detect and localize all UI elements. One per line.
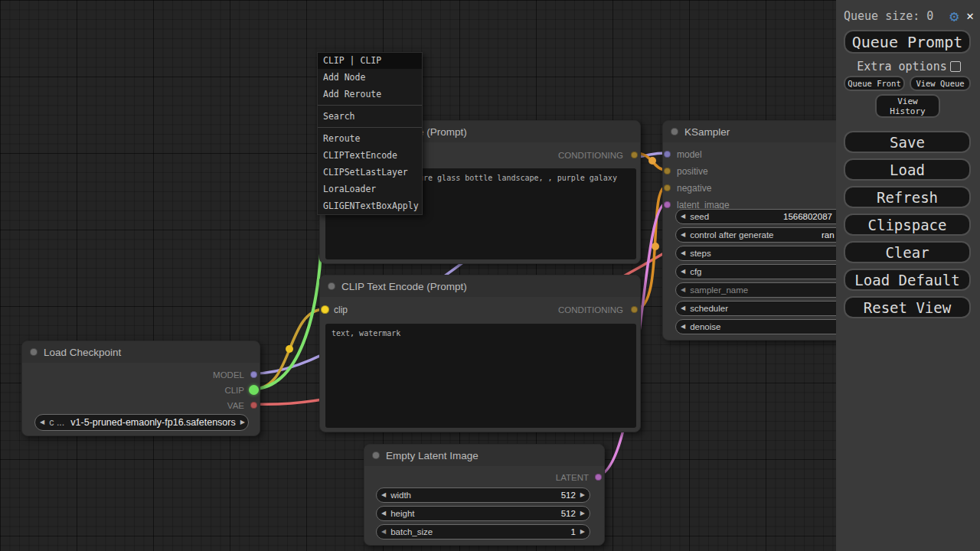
node-clip-text-encode-negative[interactable]: CLIP Text Encode (Prompt) clip CONDITION… bbox=[319, 275, 641, 432]
save-button[interactable]: Save bbox=[844, 131, 971, 153]
batch-size-widget[interactable]: ◀ batch_size 1 ▶ bbox=[376, 524, 590, 540]
decrement-arrow-icon[interactable]: ◀ bbox=[676, 302, 690, 315]
conditioning-output-port[interactable] bbox=[631, 306, 638, 313]
clipspace-label: Clipspace bbox=[868, 217, 947, 233]
node-title-bar[interactable]: Load Checkpoint bbox=[22, 341, 260, 363]
menu-item-add-reroute[interactable]: Add Reroute bbox=[318, 86, 422, 103]
ckpt-name-widget[interactable]: ◀ c ... v1-5-pruned-emaonly-fp16.safeten… bbox=[34, 414, 249, 431]
clear-button[interactable]: Clear bbox=[844, 241, 971, 263]
decrement-arrow-icon[interactable]: ◀ bbox=[676, 246, 690, 260]
menu-item-reroute[interactable]: Reroute bbox=[318, 130, 422, 147]
width-widget[interactable]: ◀ width 512 ▶ bbox=[376, 487, 590, 503]
decrement-arrow-icon[interactable]: ◀ bbox=[676, 210, 690, 223]
extra-options-checkbox[interactable] bbox=[950, 61, 961, 72]
latent-output-port[interactable] bbox=[595, 474, 602, 481]
node-title-bar[interactable]: Empty Latent Image bbox=[364, 445, 604, 466]
load-button[interactable]: Load bbox=[844, 158, 971, 181]
widget-label: width bbox=[390, 491, 411, 500]
menu-item-cliptextencode[interactable]: CLIPTextEncode bbox=[318, 147, 422, 164]
decrement-arrow-icon[interactable]: ◀ bbox=[377, 488, 390, 502]
output-label-vae: VAE bbox=[227, 401, 244, 410]
widget-value: 1566802087 bbox=[783, 210, 832, 223]
menu-item-loraloader[interactable]: LoraLoader bbox=[318, 181, 422, 197]
increment-arrow-icon[interactable]: ▶ bbox=[576, 488, 590, 502]
close-icon[interactable]: ✕ bbox=[966, 10, 974, 22]
widget-label: cfg bbox=[690, 267, 701, 276]
output-label-latent: LATENT bbox=[556, 473, 589, 482]
queue-prompt-label: Queue Prompt bbox=[852, 33, 963, 51]
positive-input-port[interactable] bbox=[664, 168, 671, 174]
conditioning-output-port[interactable] bbox=[631, 152, 638, 158]
view-queue-label: View Queue bbox=[916, 79, 964, 88]
widget-value: 512 bbox=[561, 491, 576, 500]
node-title: Empty Latent Image bbox=[386, 450, 479, 461]
output-label-conditioning: CONDITIONING bbox=[558, 305, 623, 315]
view-queue-button[interactable]: View Queue bbox=[910, 76, 971, 91]
menu-separator bbox=[318, 127, 422, 128]
refresh-button[interactable]: Refresh bbox=[844, 186, 971, 208]
widget-label: control after generate bbox=[690, 230, 773, 240]
node-load-checkpoint[interactable]: Load Checkpoint MODEL CLIP VAE ◀ c ... v… bbox=[21, 341, 260, 436]
input-label-clip: clip bbox=[334, 305, 348, 315]
save-label: Save bbox=[890, 134, 925, 151]
widget-label: batch_size bbox=[390, 527, 433, 536]
prompt-textarea[interactable]: text, watermark bbox=[325, 324, 636, 428]
collapse-dot-icon[interactable] bbox=[372, 452, 380, 459]
node-title: KSampler bbox=[684, 126, 730, 138]
menu-item-clipsetlastlayer[interactable]: CLIPSetLastLayer bbox=[318, 164, 422, 181]
menu-item-gligentextboxapply[interactable]: GLIGENTextBoxApply bbox=[318, 197, 422, 214]
context-menu: CLIP | CLIP Add Node Add Reroute Search … bbox=[317, 52, 423, 215]
menu-separator bbox=[318, 105, 422, 106]
clipspace-button[interactable]: Clipspace bbox=[844, 214, 971, 236]
decrement-arrow-icon[interactable]: ◀ bbox=[676, 320, 690, 334]
decrement-arrow-icon[interactable]: ◀ bbox=[377, 507, 390, 520]
comfy-menu-panel: Queue size: 0 ⚙ ✕ Queue Prompt Extra opt… bbox=[836, 0, 980, 551]
menu-item-add-node[interactable]: Add Node bbox=[318, 69, 422, 86]
widget-value: v1-5-pruned-emaonly-fp16.safetensors bbox=[70, 417, 235, 428]
negative-input-port[interactable] bbox=[664, 184, 671, 191]
decrement-arrow-icon[interactable]: ◀ bbox=[676, 228, 690, 242]
prev-arrow-icon[interactable]: ◀ bbox=[35, 416, 49, 429]
model-output-port[interactable] bbox=[250, 371, 257, 378]
vae-output-port[interactable] bbox=[250, 402, 257, 409]
input-label-model: model bbox=[677, 150, 702, 159]
settings-gear-icon[interactable]: ⚙ bbox=[949, 8, 959, 24]
queue-prompt-button[interactable]: Queue Prompt bbox=[844, 30, 971, 54]
reset-view-button[interactable]: Reset View bbox=[844, 296, 971, 318]
prompt-text: text, watermark bbox=[332, 329, 400, 337]
latent-image-input-port[interactable] bbox=[664, 201, 671, 208]
node-title: CLIP Text Encode (Prompt) bbox=[341, 281, 467, 292]
node-title-bar[interactable]: CLIP Text Encode (Prompt) bbox=[320, 276, 640, 297]
widget-value: ran bbox=[822, 228, 835, 242]
model-input-port[interactable] bbox=[664, 151, 671, 158]
view-history-button[interactable]: View History bbox=[875, 94, 940, 118]
height-widget[interactable]: ◀ height 512 ▶ bbox=[376, 506, 590, 521]
widget-label: sampler_name bbox=[690, 285, 748, 295]
next-arrow-icon[interactable]: ▶ bbox=[236, 416, 249, 429]
increment-arrow-icon[interactable]: ▶ bbox=[576, 525, 590, 539]
node-empty-latent-image[interactable]: Empty Latent Image LATENT ◀ width 512 ▶ … bbox=[364, 444, 605, 546]
widget-label: seed bbox=[690, 212, 709, 221]
decrement-arrow-icon[interactable]: ◀ bbox=[676, 283, 690, 297]
clip-input-port[interactable] bbox=[321, 305, 329, 314]
increment-arrow-icon[interactable]: ▶ bbox=[576, 507, 590, 520]
clip-output-port[interactable] bbox=[249, 385, 259, 395]
widget-label: c ... bbox=[49, 417, 64, 428]
node-title: Load Checkpoint bbox=[44, 347, 121, 358]
queue-size-label: Queue size: 0 bbox=[844, 9, 933, 23]
decrement-arrow-icon[interactable]: ◀ bbox=[377, 525, 390, 539]
load-label: Load bbox=[890, 161, 925, 178]
widget-label: height bbox=[390, 509, 414, 518]
extra-options-label: Extra options bbox=[857, 60, 946, 73]
decrement-arrow-icon[interactable]: ◀ bbox=[676, 265, 690, 279]
queue-front-button[interactable]: Queue Front bbox=[844, 76, 905, 91]
output-label-clip: CLIP bbox=[224, 386, 244, 395]
collapse-dot-icon[interactable] bbox=[671, 128, 678, 135]
load-default-label: Load Default bbox=[854, 272, 959, 289]
collapse-dot-icon[interactable] bbox=[30, 348, 38, 356]
prompt-text: ture glass bottle landscape, , purple ga… bbox=[414, 174, 617, 182]
collapse-dot-icon[interactable] bbox=[328, 282, 335, 290]
load-default-button[interactable]: Load Default bbox=[844, 269, 971, 291]
output-label-conditioning: CONDITIONING bbox=[558, 151, 623, 160]
menu-item-search[interactable]: Search bbox=[318, 108, 422, 125]
